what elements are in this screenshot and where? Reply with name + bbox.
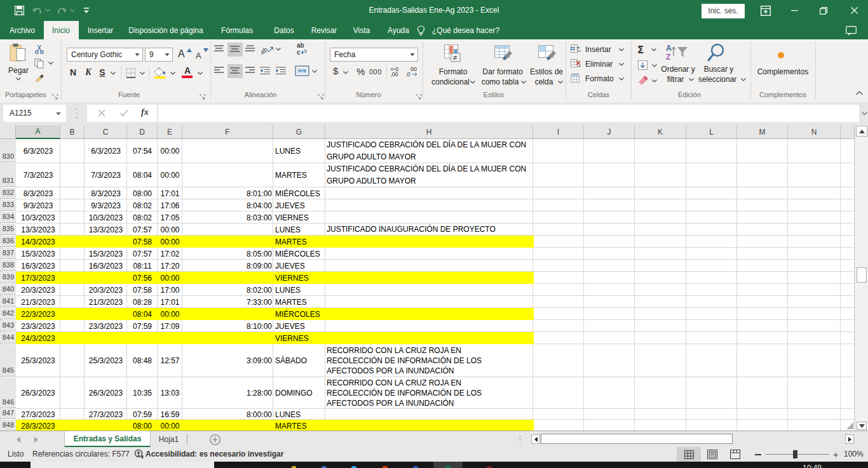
cell-G830[interactable]: LUNES <box>273 139 325 163</box>
ribbon-tab-disposici-n-de-p-gina[interactable]: Disposición de página <box>125 22 207 39</box>
cell-G847[interactable]: LUNES <box>273 409 325 420</box>
cell-G834[interactable]: VIERNES <box>273 211 325 224</box>
cell-C838[interactable]: 16/3/2023 <box>85 260 127 272</box>
cell-C833[interactable]: 9/3/2023 <box>85 199 127 211</box>
cell-C841[interactable]: 21/3/2023 <box>85 296 127 308</box>
cell-A840[interactable]: 20/3/2023 <box>16 284 60 296</box>
row-header-831[interactable]: 831 <box>0 163 16 187</box>
cell-G843[interactable]: JUEVES <box>273 320 325 332</box>
cell-E836[interactable]: 00:00 <box>158 236 182 248</box>
sort-filter-button[interactable]: A Z <box>665 43 691 64</box>
font-name-combo[interactable]: Century Gothic <box>67 48 143 62</box>
cell-A839[interactable]: 17/3/2023 <box>16 272 60 284</box>
cell-A842[interactable]: 22/3/2023 <box>16 308 60 320</box>
cell-G848[interactable]: MARTES <box>273 420 325 431</box>
cell-A831[interactable]: 7/3/2023 <box>16 163 60 187</box>
row-header-839[interactable]: 839 <box>0 272 16 283</box>
status-circular-refs[interactable]: Referencias circulares: F577 <box>32 450 130 458</box>
cell-D837[interactable]: 07:57 <box>127 248 158 260</box>
row-header-830[interactable]: 830 <box>0 139 16 163</box>
cell-C843[interactable]: 23/3/2023 <box>85 320 127 332</box>
name-box[interactable]: A1215 <box>3 105 66 122</box>
increase-indent-button[interactable] <box>276 67 287 76</box>
cell-C831[interactable]: 7/3/2023 <box>85 163 127 187</box>
cell-A830[interactable]: 6/3/2023 <box>16 139 60 163</box>
cell-H830[interactable]: JUSTIFICADO CEBRACIÓN DEL DÍA DE LA MUJE… <box>327 139 533 163</box>
formula-input[interactable] <box>158 105 859 122</box>
row-header-834[interactable]: 834 <box>0 211 16 223</box>
decrease-decimal-button[interactable]: ,000 <box>405 66 418 79</box>
row-header-832[interactable]: 832 <box>0 187 16 199</box>
row-header-848[interactable]: 848 <box>0 420 16 431</box>
accounting-dropdown-icon[interactable] <box>343 71 348 74</box>
tabbar-splitter[interactable] <box>519 435 521 444</box>
cell-D838[interactable]: 08:11 <box>127 260 158 272</box>
row-header-847[interactable]: 847 <box>0 409 16 419</box>
cell-C846[interactable]: 26/3/2023 <box>85 377 127 409</box>
accounting-format-button[interactable]: $ <box>333 65 342 78</box>
cell-G840[interactable]: LUNES <box>273 284 325 296</box>
zoom-slider-track[interactable] <box>766 454 829 455</box>
cell-C847[interactable]: 27/3/2023 <box>85 409 127 420</box>
enter-icon[interactable] <box>120 109 128 117</box>
cell-E840[interactable]: 17:00 <box>158 284 182 296</box>
fill-color-dropdown-icon[interactable] <box>170 72 175 75</box>
orientation-button[interactable]: ab <box>261 43 275 56</box>
column-header-N[interactable]: N <box>788 125 841 139</box>
feedback-icon[interactable] <box>846 26 857 36</box>
zoom-level[interactable]: 100% <box>844 450 864 458</box>
scroll-up-button[interactable] <box>856 126 867 137</box>
cell-E831[interactable]: 00:00 <box>158 163 182 187</box>
cell-G835[interactable]: LUNES <box>273 224 325 236</box>
cell-H835[interactable]: JUSTIFICADO INAUGURACIÓN DE PROYECTO <box>327 224 533 236</box>
row-header-837[interactable]: 837 <box>0 248 16 259</box>
view-page-break-button[interactable] <box>724 447 747 462</box>
column-header-M[interactable]: M <box>737 125 788 139</box>
cell-F837[interactable]: 8:05:00 <box>182 248 273 260</box>
cell-G836[interactable]: MARTES <box>273 236 325 248</box>
number-format-combo[interactable]: Fecha <box>330 48 418 62</box>
save-button[interactable] <box>15 6 24 20</box>
cell-A833[interactable]: 9/3/2023 <box>16 199 60 211</box>
increase-decimal-button[interactable]: ,000 <box>390 66 403 79</box>
align-bottom-button[interactable] <box>245 45 255 54</box>
format-as-table-button[interactable]: Dar formato como tabla <box>478 42 527 89</box>
cell-E846[interactable]: 13:03 <box>158 377 182 409</box>
sheet-nav-prev-button[interactable] <box>13 431 24 448</box>
cell-D830[interactable]: 07:54 <box>127 139 158 163</box>
paste-button[interactable]: Pegar <box>5 42 32 88</box>
font-color-dropdown-icon[interactable] <box>198 72 203 75</box>
collapse-ribbon-button[interactable] <box>856 91 863 95</box>
cell-F841[interactable]: 7:33:00 <box>182 296 273 308</box>
cell-G832[interactable]: MIÉRCOLES <box>273 187 325 199</box>
tell-me-box[interactable]: ¿Qué desea hacer? <box>432 22 502 39</box>
cell-C835[interactable]: 13/3/2023 <box>85 224 127 236</box>
cell-D835[interactable]: 07:57 <box>127 224 158 236</box>
decrease-indent-button[interactable] <box>260 67 271 76</box>
taskbar-search-box[interactable] <box>31 462 214 468</box>
ribbon-tab-ayuda[interactable]: Ayuda <box>383 22 414 39</box>
ribbon-tab-archivo[interactable]: Archivo <box>5 22 40 39</box>
cell-D834[interactable]: 08:02 <box>127 211 158 224</box>
cell-D848[interactable]: 08:00 <box>127 420 158 431</box>
cell-G831[interactable]: MARTES <box>273 163 325 187</box>
cancel-icon[interactable] <box>98 109 105 117</box>
sheet-tab-hoja1[interactable]: Hoja1 <box>151 431 187 448</box>
column-header-J[interactable]: J <box>584 125 635 139</box>
column-header-G[interactable]: G <box>273 125 325 139</box>
hscroll-left-button[interactable] <box>531 434 540 444</box>
cell-C840[interactable]: 20/3/2023 <box>85 284 127 296</box>
cell-F834[interactable]: 8:03:00 <box>182 211 273 224</box>
vertical-scroll-thumb[interactable] <box>857 267 867 283</box>
cell-D836[interactable]: 07:58 <box>127 236 158 248</box>
cell-E842[interactable]: 00:00 <box>158 308 182 320</box>
cell-G833[interactable]: JUEVES <box>273 199 325 211</box>
cell-G839[interactable]: VIERNES <box>273 272 325 284</box>
cell-E845[interactable]: 12:57 <box>158 344 182 377</box>
row-header-845[interactable]: 845 <box>0 344 16 377</box>
autosum-button[interactable]: Σ <box>637 44 656 55</box>
cell-E830[interactable]: 00:00 <box>158 139 182 163</box>
sort-dropdown-icon[interactable] <box>689 78 694 81</box>
spreadsheet-grid[interactable]: ABCDEFGHIJKLMN83083183283383483583683783… <box>0 125 855 431</box>
cell-A844[interactable]: 24/3/2023 <box>16 332 60 344</box>
